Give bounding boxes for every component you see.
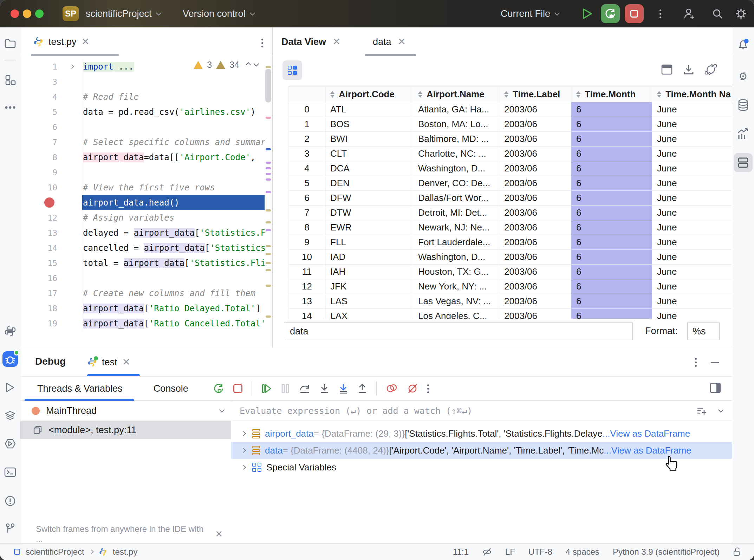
error-stripe-mark[interactable] xyxy=(266,253,271,255)
table-cell[interactable]: Detroit, MI: Det... xyxy=(413,206,499,220)
code-line-text[interactable]: airport_data['Ratio Delayed.Total'] xyxy=(82,301,272,316)
table-cell[interactable]: DFW xyxy=(325,191,413,206)
table-row[interactable]: 5DENDenver, CO: De...2003/066June xyxy=(288,176,732,191)
table-row[interactable]: 8EWRNewark, NJ: Ne...2003/066June xyxy=(288,220,732,235)
breadcrumb-project[interactable]: scientificProject xyxy=(26,547,84,557)
table-cell[interactable]: Atlanta, GA: Ha... xyxy=(413,102,499,117)
more-actions-button[interactable] xyxy=(651,4,670,23)
code-line-text[interactable] xyxy=(82,119,272,135)
error-stripe-mark[interactable] xyxy=(266,315,271,318)
table-cell[interactable]: EWR xyxy=(325,220,413,235)
close-icon[interactable]: ✕ xyxy=(215,529,223,540)
code-line[interactable]: 19airport_data['Ratio Cancelled.Total'] xyxy=(20,316,272,331)
table-cell[interactable]: Baltimore, MD: ... xyxy=(413,132,499,146)
stack-frame-item[interactable]: <module>, test.py:11 xyxy=(20,421,231,439)
notifications-button[interactable] xyxy=(734,35,753,54)
table-cell[interactable]: June xyxy=(652,102,732,117)
step-over-icon[interactable] xyxy=(299,383,310,394)
code-line[interactable]: 15total = airport_data['Statistics.Fligh… xyxy=(20,255,272,271)
table-cell[interactable]: 2003/06 xyxy=(499,176,571,191)
chevron-right-icon[interactable] xyxy=(241,448,246,453)
breakpoint-dot[interactable] xyxy=(44,197,54,208)
chevron-right-icon[interactable] xyxy=(241,465,246,470)
error-stripe-mark[interactable] xyxy=(266,209,271,211)
error-stripe-mark[interactable] xyxy=(266,269,271,271)
table-cell[interactable]: ATL xyxy=(325,102,413,117)
highlighting-level-icon[interactable] xyxy=(482,548,492,556)
error-stripe-mark[interactable] xyxy=(266,221,271,223)
download-icon[interactable] xyxy=(683,64,695,75)
table-cell[interactable]: 11 xyxy=(288,265,325,279)
sort-icon[interactable] xyxy=(418,91,422,98)
editor-gutter[interactable] xyxy=(20,195,82,210)
add-watch-icon[interactable] xyxy=(696,406,707,416)
code-line-text[interactable]: cancelled = airport_data['Statistics.Fli… xyxy=(82,240,272,255)
table-cell[interactable]: Charlotte, NC: ... xyxy=(413,146,499,161)
code-line-text[interactable] xyxy=(82,74,272,89)
run-button[interactable] xyxy=(578,4,597,23)
rerun-debug-button[interactable] xyxy=(601,4,620,23)
table-cell[interactable]: 2003/06 xyxy=(499,294,571,309)
stop-button[interactable] xyxy=(625,4,644,23)
error-stripe-mark[interactable] xyxy=(266,178,271,181)
table-cell[interactable]: 2003/06 xyxy=(499,102,571,117)
refresh-icon[interactable] xyxy=(704,64,717,75)
code-line[interactable]: 6 xyxy=(20,119,272,135)
tab-data[interactable]: data ✕ xyxy=(373,27,406,56)
problems-tool-button[interactable] xyxy=(2,493,18,509)
table-cell[interactable]: June xyxy=(652,146,732,161)
table-cell[interactable]: 13 xyxy=(288,294,325,309)
editor-gutter[interactable]: 1 xyxy=(20,59,82,74)
error-stripe-mark[interactable] xyxy=(266,173,271,175)
table-cell[interactable]: 2003/06 xyxy=(499,220,571,235)
code-line-text[interactable]: # Read file xyxy=(82,89,272,104)
view-breakpoints-icon[interactable] xyxy=(386,383,398,394)
table-row[interactable]: 1BOSBoston, MA: Lo...2003/066June xyxy=(288,117,732,132)
table-cell[interactable]: 6 xyxy=(571,132,652,146)
table-cell[interactable]: June xyxy=(652,309,732,319)
code-line[interactable]: 4# Read file xyxy=(20,89,272,104)
table-cell[interactable]: June xyxy=(652,220,732,235)
table-row[interactable]: 9FLLFort Lauderdale...2003/066June xyxy=(288,235,732,250)
table-row[interactable]: 13LASLas Vegas, NV: ...2003/066June xyxy=(288,294,732,309)
plots-button[interactable] xyxy=(734,124,753,143)
caret-position[interactable]: 11:1 xyxy=(453,547,469,557)
table-cell[interactable]: 6 xyxy=(571,161,652,176)
table-cell[interactable]: New York, NY: ... xyxy=(413,279,499,294)
table-cell[interactable]: FLL xyxy=(325,235,413,250)
table-cell[interactable]: 9 xyxy=(288,235,325,250)
table-cell[interactable]: 6 xyxy=(571,146,652,161)
table-row[interactable]: 6DFWDallas/Fort Wor...2003/066June xyxy=(288,191,732,206)
encoding[interactable]: UTF-8 xyxy=(528,547,552,557)
sort-icon[interactable] xyxy=(504,91,508,98)
table-cell[interactable]: Denver, CO: De... xyxy=(413,176,499,191)
editor-gutter[interactable]: 3 xyxy=(20,74,82,89)
error-stripe-mark[interactable] xyxy=(266,229,271,231)
tab-console[interactable]: Console xyxy=(138,377,204,401)
python-interpreter[interactable]: Python 3.9 (scientificProject) xyxy=(613,547,720,557)
code-line-text[interactable]: import ... xyxy=(82,59,272,74)
code-line[interactable]: 3 xyxy=(20,74,272,89)
table-cell[interactable]: 7 xyxy=(288,206,325,220)
table-cell[interactable]: 2 xyxy=(288,132,325,146)
table-cell[interactable]: DTW xyxy=(325,206,413,220)
code-with-me-button[interactable] xyxy=(680,4,699,23)
debug-tool-button[interactable] xyxy=(2,351,18,367)
table-cell[interactable]: IAH xyxy=(325,265,413,279)
column-settings-icon[interactable] xyxy=(661,64,673,75)
table-cell[interactable]: 6 xyxy=(571,265,652,279)
error-stripe-mark[interactable] xyxy=(266,66,271,68)
table-cell[interactable]: Washington, D... xyxy=(413,161,499,176)
close-window-button[interactable] xyxy=(11,9,19,18)
table-cell[interactable]: 6 xyxy=(571,176,652,191)
debug-session-tab[interactable]: test ✕ xyxy=(87,348,130,376)
project-tool-button[interactable] xyxy=(2,36,18,51)
table-cell[interactable]: Dallas/Fort Wor... xyxy=(413,191,499,206)
rerun-debug-icon[interactable] xyxy=(213,383,224,394)
code-editor[interactable]: 1import ...34# Read file5data = pd.read_… xyxy=(20,56,272,348)
table-row[interactable]: 12JFKNew York, NY: ...2003/066June xyxy=(288,279,732,294)
lock-icon[interactable] xyxy=(733,547,741,557)
editor-gutter[interactable]: 5 xyxy=(20,104,82,119)
table-cell[interactable]: Los Angeles, C... xyxy=(413,309,499,319)
sciview-button[interactable] xyxy=(734,153,753,172)
